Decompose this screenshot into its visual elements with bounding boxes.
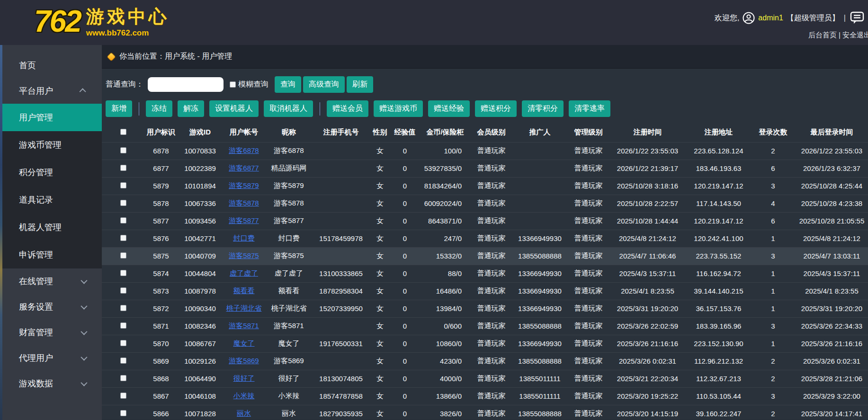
cell-nickname: 虚了虚了 <box>265 265 313 282</box>
account-link[interactable]: 额看看 <box>233 286 255 295</box>
row-checkbox[interactable] <box>120 235 126 241</box>
cell-nickname: 游客5875 <box>265 247 313 265</box>
row-checkbox[interactable] <box>120 322 126 329</box>
cell-nickname: 游客6878 <box>265 142 313 160</box>
row-checkbox[interactable] <box>120 375 126 381</box>
account-link[interactable]: 封口费 <box>233 234 255 242</box>
cell-gender: 女 <box>369 352 391 370</box>
cell-phone: 19176500331 <box>313 335 369 352</box>
row-checkbox[interactable] <box>120 217 126 223</box>
account-link[interactable]: 游客5875 <box>229 251 259 259</box>
safe-logout-link[interactable]: 安全退出 <box>842 31 868 39</box>
cell-account: 游客5869 <box>223 352 265 370</box>
gift-member-button[interactable]: 赠送会员 <box>327 100 368 117</box>
row-checkbox[interactable] <box>120 305 126 311</box>
gift-exp-button[interactable]: 赠送经验 <box>428 100 470 117</box>
sidebar-item-item-records[interactable]: 道具记录 <box>0 186 102 214</box>
select-all-checkbox[interactable] <box>120 129 126 135</box>
cell-account: 游客5877 <box>223 212 265 230</box>
backend-home-link[interactable]: 后台首页 <box>808 31 837 39</box>
sidebar-item-robot-management[interactable]: 机器人管理 <box>0 214 102 241</box>
cell-vip-level: 普通玩家 <box>471 300 511 317</box>
clear-escape-button[interactable]: 清零逃率 <box>569 100 610 117</box>
account-link[interactable]: 游客5871 <box>229 322 259 330</box>
row-checkbox[interactable] <box>120 357 126 364</box>
account-link[interactable]: 游客5869 <box>229 357 259 365</box>
cancel-robot-button[interactable]: 取消机器人 <box>264 100 313 117</box>
account-link[interactable]: 桃子湖北省 <box>226 304 262 312</box>
account-link[interactable]: 游客6877 <box>229 164 259 172</box>
sidebar-item-label: 用户管理 <box>19 112 53 123</box>
sidebar-item-game-coin-management[interactable]: 游戏币管理 <box>0 131 102 159</box>
account-link[interactable]: 游客6878 <box>229 146 259 154</box>
sidebar-item-label: 积分管理 <box>19 167 53 178</box>
row-checkbox[interactable] <box>120 393 126 399</box>
refresh-button[interactable]: 刷新 <box>347 76 373 93</box>
cell-gender: 女 <box>369 230 391 247</box>
cell-game-id: 10101894 <box>178 177 223 195</box>
row-checkbox[interactable] <box>120 410 126 416</box>
cell-account: 游客5871 <box>223 317 265 335</box>
account-link[interactable]: 小米辣 <box>233 392 255 400</box>
sidebar-item-service-settings[interactable]: 服务设置 <box>0 294 102 320</box>
cell-exp: 0 <box>391 212 419 230</box>
account-link[interactable]: 魔女了 <box>233 339 255 347</box>
search-button[interactable]: 查询 <box>275 76 301 93</box>
row-checkbox[interactable] <box>120 182 126 188</box>
sidebar-item-online-management[interactable]: 在线管理 <box>0 268 102 294</box>
sidebar-item-platform-users[interactable]: 平台用户 <box>0 78 102 104</box>
account-link[interactable]: 游客5877 <box>229 216 259 224</box>
gift-gamecoin-button[interactable]: 赠送游戏币 <box>374 100 423 117</box>
search-input[interactable] <box>148 77 224 92</box>
cell-phone <box>313 247 369 265</box>
clear-points-button[interactable]: 清零积分 <box>522 100 564 117</box>
cell-last-login: 2025/3/29 3:22:00 <box>796 387 868 405</box>
gift-points-button[interactable]: 赠送积分 <box>475 100 517 117</box>
unfreeze-button[interactable]: 解冻 <box>178 100 204 117</box>
row-checkbox[interactable] <box>120 147 126 153</box>
cell-last-login: 2026/1/22 23:55:03 <box>796 142 868 160</box>
row-checkbox[interactable] <box>120 252 126 259</box>
cell-gold-safe: 3826/0 <box>419 405 471 420</box>
account-link[interactable]: 虚了虚了 <box>230 269 258 277</box>
row-checkbox[interactable] <box>120 270 126 276</box>
cell-gold-safe: 247/0 <box>419 230 471 247</box>
cell-login-count: 3 <box>751 387 796 405</box>
add-button[interactable]: 新增 <box>106 100 132 117</box>
sidebar-item-user-management[interactable]: 用户管理 <box>0 104 102 131</box>
cell-login-count: 2 <box>751 405 796 420</box>
cell-vip-level: 普通玩家 <box>471 335 511 352</box>
cell-nickname: 很好了 <box>265 370 313 387</box>
row-checkbox[interactable] <box>120 287 126 294</box>
account-link[interactable]: 丽水 <box>237 409 251 417</box>
sidebar-item-agent-users[interactable]: 代理用户 <box>0 345 102 371</box>
row-checkbox[interactable] <box>120 200 126 206</box>
sidebar-item-home[interactable]: 首页 <box>0 53 102 78</box>
freeze-button[interactable]: 冻结 <box>146 100 172 117</box>
chat-bubble-icon[interactable] <box>850 11 864 25</box>
cell-reg-time: 2026/1/22 23:55:03 <box>608 142 687 160</box>
account-link[interactable]: 很好了 <box>233 374 255 382</box>
cell-game-id: 10093456 <box>178 212 223 230</box>
cell-account: 虚了虚了 <box>223 265 265 282</box>
cell-login-count: 3 <box>751 177 796 195</box>
cell-reg-addr: 39.160.22.247 <box>687 405 751 420</box>
advanced-search-button[interactable]: 高级查询 <box>303 76 345 93</box>
sidebar-item-appeal-management[interactable]: 申诉管理 <box>0 241 102 268</box>
cell-game-id: 10022389 <box>178 160 223 177</box>
sidebar-item-wealth-management[interactable]: 财富管理 <box>0 320 102 345</box>
sidebar-item-points-management[interactable]: 积分管理 <box>0 159 102 186</box>
cell-reg-time: 2025/3/31 19:20:20 <box>608 300 687 317</box>
row-checkbox[interactable] <box>120 165 126 171</box>
account-link[interactable]: 游客5878 <box>229 199 259 207</box>
set-robot-button[interactable]: 设置机器人 <box>209 100 259 117</box>
sidebar-item-label: 财富管理 <box>19 327 53 338</box>
username[interactable]: admin1 <box>758 14 783 22</box>
cell-admin-level: 普通玩家 <box>568 195 608 212</box>
table-row: 687810070833游客6878游客6878女0100/0普通玩家普通玩家2… <box>102 142 868 160</box>
account-link[interactable]: 游客5879 <box>229 181 259 189</box>
row-checkbox[interactable] <box>120 340 126 346</box>
fuzzy-search-checkbox[interactable] <box>230 81 236 88</box>
sidebar: 首页平台用户用户管理游戏币管理积分管理道具记录机器人管理申诉管理在线管理服务设置… <box>0 45 102 420</box>
sidebar-item-game-data[interactable]: 游戏数据 <box>0 371 102 396</box>
